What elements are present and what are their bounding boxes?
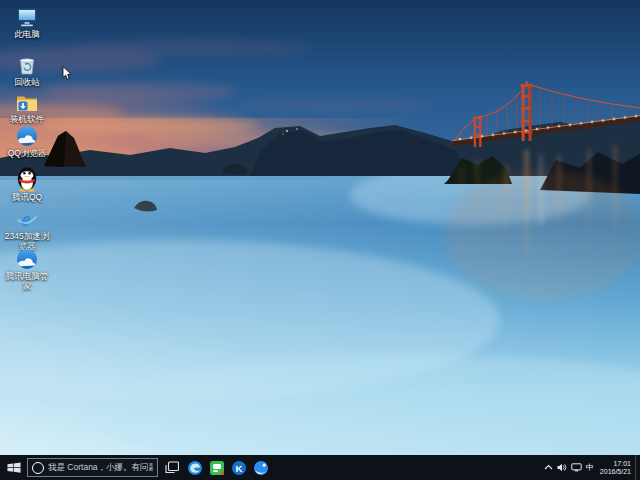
desktop-icon-label: 腾讯电脑管家: [3, 272, 51, 291]
taskbar: 我是 Cortana，小娜。有问题尽管问我。 K: [0, 455, 640, 480]
desktop-icon-label: 此电脑: [14, 30, 40, 40]
tray-clock[interactable]: 17:01 2016/5/21: [600, 460, 631, 476]
hidden-icons-chevron-icon[interactable]: [544, 464, 553, 471]
software-folder-icon: [15, 92, 39, 114]
microsoft-edge-icon: [187, 460, 203, 476]
desktop-icon-pc-manager[interactable]: 腾讯电脑管家: [1, 247, 53, 291]
tray-date: 2016/5/21: [600, 468, 631, 476]
desktop-icon-qq-browser[interactable]: QQ浏览器: [1, 124, 53, 159]
network-icon[interactable]: [571, 463, 582, 472]
task-view-button[interactable]: [160, 455, 184, 480]
show-desktop-button[interactable]: [635, 455, 640, 480]
volume-icon[interactable]: [557, 463, 567, 472]
qq-browser-taskbar-icon: [253, 460, 269, 476]
desktop-icon-tencent-qq[interactable]: 腾讯QQ: [1, 164, 53, 203]
desktop-icon-recycle-bin[interactable]: 回收站: [1, 53, 53, 88]
desktop-icon-2345-browser[interactable]: e 2345加速浏览器: [1, 207, 53, 251]
pc-manager-icon: [15, 247, 39, 271]
taskbar-app-edge[interactable]: [184, 455, 206, 480]
this-pc-icon: [15, 5, 39, 29]
desktop-icon-label: 回收站: [14, 78, 40, 88]
start-button[interactable]: [0, 455, 27, 480]
desktop-icon-this-pc[interactable]: 此电脑: [1, 5, 53, 40]
software-manager-icon: [209, 460, 225, 476]
taskbar-app-k-music[interactable]: K: [228, 455, 250, 480]
desktop-icon-label: QQ浏览器: [8, 149, 47, 159]
svg-text:K: K: [236, 462, 243, 473]
tencent-qq-icon: [14, 164, 40, 192]
k-music-icon: K: [231, 460, 247, 476]
qq-browser-icon: [15, 124, 39, 148]
cortana-search-box[interactable]: 我是 Cortana，小娜。有问题尽管问我。: [27, 458, 158, 477]
mouse-cursor: [62, 66, 74, 81]
desktop-icon-label: 腾讯QQ: [12, 193, 42, 203]
wallpaper-golden-gate: [0, 0, 640, 455]
cortana-icon: [32, 462, 44, 474]
taskbar-app-qq-browser[interactable]: [250, 455, 272, 480]
2345-browser-icon: e: [15, 207, 39, 231]
search-placeholder-text: 我是 Cortana，小娜。有问题尽管问我。: [48, 462, 153, 474]
svg-text:e: e: [22, 208, 31, 230]
task-view-icon: [165, 461, 179, 474]
tray-time: 17:01: [600, 460, 631, 468]
recycle-bin-icon: [15, 53, 39, 77]
desktop-icon-software-folder[interactable]: 装机软件: [1, 92, 53, 125]
windows-logo-icon: [7, 461, 21, 474]
system-tray: 中 17:01 2016/5/21: [544, 460, 635, 476]
taskbar-app-software-manager[interactable]: [206, 455, 228, 480]
ime-indicator[interactable]: 中: [586, 462, 594, 473]
desktop[interactable]: 此电脑 回收站 装机软件 QQ浏览器: [0, 0, 640, 455]
